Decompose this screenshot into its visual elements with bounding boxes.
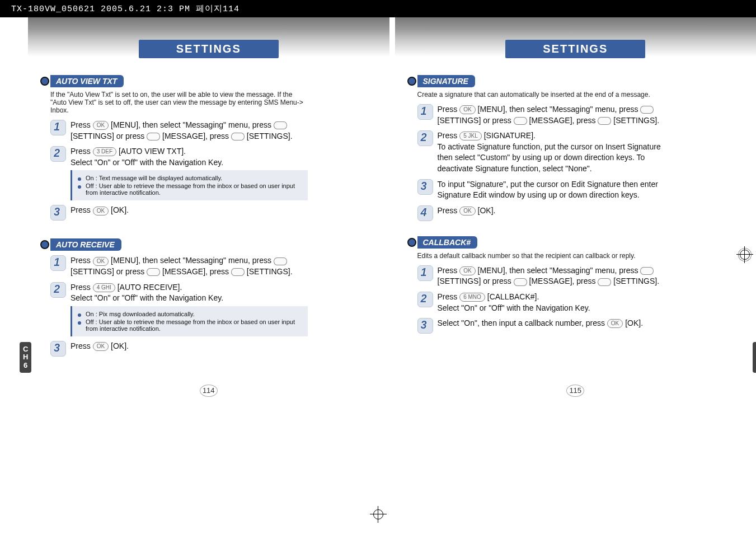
step-text: Press OK [OK]. bbox=[438, 205, 496, 217]
step-number-1: 1 bbox=[417, 265, 432, 280]
softkey-icon bbox=[640, 267, 654, 275]
step-text: Press OK [MENU], then select "Messaging"… bbox=[71, 255, 308, 277]
section-callback: CALLBACK# bbox=[417, 236, 478, 249]
step-number-1: 1 bbox=[417, 104, 432, 119]
step-row: 2 Press 3 DEF [AUTO VIEW TXT]. Select "O… bbox=[50, 146, 308, 168]
step-subtext: Select "On" or "Off" with the Navigation… bbox=[438, 303, 590, 312]
step-text: To input "Signature", put the cursor on … bbox=[438, 179, 675, 201]
intro-text: If the "Auto View Txt" is set to on, the… bbox=[50, 91, 308, 114]
step-subtext: Select "On" or "Off" with the Navigation… bbox=[71, 158, 223, 167]
step-subtext: Select "On" or "Off" with the Navigation… bbox=[71, 293, 223, 302]
ok-key-icon: OK bbox=[459, 266, 475, 275]
ok-key-icon: OK bbox=[93, 342, 109, 351]
note-off: Off : User able to retrieve the message … bbox=[86, 182, 302, 196]
chapter-letter-h: H bbox=[23, 353, 28, 361]
softkey-icon bbox=[514, 117, 527, 125]
bullet-icon bbox=[78, 321, 81, 325]
step-text: Press 5 JKL [SIGNATURE]. To activate Sig… bbox=[438, 130, 675, 174]
section-auto-receive: AUTO RECEIVE bbox=[50, 238, 121, 251]
chapter-letter-c: C bbox=[23, 345, 28, 353]
page-number-left: 114 bbox=[200, 385, 218, 397]
step-row: 1 Press OK [MENU], then select "Messagin… bbox=[417, 265, 675, 287]
softkey-icon bbox=[147, 268, 160, 276]
softkey-icon bbox=[640, 106, 654, 114]
step-number-2: 2 bbox=[50, 146, 65, 161]
step-text: Press 6 MNO [CALLBACK#]. Select "On" or … bbox=[438, 292, 590, 313]
step-number-4: 4 bbox=[417, 205, 432, 220]
ok-key-icon: OK bbox=[93, 257, 109, 266]
softkey-icon bbox=[598, 117, 611, 125]
ok-key-icon: OK bbox=[93, 207, 109, 216]
step-number-2: 2 bbox=[417, 130, 432, 145]
page-title-left: SETTINGS bbox=[139, 40, 279, 58]
chapter-tab-right: C H 6 bbox=[753, 342, 756, 373]
step-row: 2 Press 5 JKL [SIGNATURE]. To activate S… bbox=[417, 130, 675, 174]
step-row: 1 Press OK [MENU], then select "Messagin… bbox=[50, 120, 308, 142]
step-row: 3 Select "On", then input a callback num… bbox=[417, 318, 675, 332]
step-number-2: 2 bbox=[417, 292, 432, 306]
step-row: 3 To input "Signature", put the cursor o… bbox=[417, 179, 675, 201]
step-row: 3 Press OK [OK]. bbox=[50, 341, 308, 355]
step-row: 4 Press OK [OK]. bbox=[417, 205, 675, 220]
registration-mark-right bbox=[736, 246, 753, 263]
page-left: SETTINGS C H 6 AUTO VIEW TXT If the "Aut… bbox=[28, 17, 389, 380]
softkey-icon bbox=[231, 268, 245, 276]
section-signature: SIGNATURE bbox=[417, 75, 475, 87]
bullet-icon bbox=[78, 177, 81, 181]
step-text: Press OK [MENU], then select "Messaging"… bbox=[438, 104, 675, 126]
intro-text: Edits a default callback number so that … bbox=[417, 252, 675, 260]
step-row: 2 Press 4 GHI [AUTO RECEIVE]. Select "On… bbox=[50, 282, 308, 304]
section-auto-view-txt: AUTO VIEW TXT bbox=[50, 75, 124, 87]
step-subtext: To activate Signature function, put the … bbox=[438, 142, 661, 173]
bullet-icon bbox=[78, 313, 81, 317]
step-number-3: 3 bbox=[417, 179, 432, 194]
softkey-icon bbox=[231, 133, 245, 140]
step-number-1: 1 bbox=[50, 120, 65, 134]
key-3-icon: 3 DEF bbox=[93, 147, 116, 156]
step-text: Press OK [MENU], then select "Messaging"… bbox=[438, 265, 675, 287]
page-number-right: 115 bbox=[566, 385, 584, 397]
key-4-icon: 4 GHI bbox=[93, 283, 115, 292]
chapter-tab-left: C H 6 bbox=[20, 342, 31, 373]
note-on: On : Pix msg downloaded automatically. bbox=[86, 311, 195, 317]
note-box: On : Text message will be displayed auto… bbox=[71, 170, 308, 200]
step-number-3: 3 bbox=[50, 205, 65, 219]
softkey-icon bbox=[147, 133, 160, 140]
ok-key-icon: OK bbox=[459, 207, 475, 216]
note-box: On : Pix msg downloaded automatically. O… bbox=[71, 306, 308, 336]
page-title-right: SETTINGS bbox=[505, 40, 645, 58]
step-row: 1 Press OK [MENU], then select "Messagin… bbox=[417, 104, 675, 126]
ok-key-icon: OK bbox=[459, 105, 475, 114]
key-5-icon: 5 JKL bbox=[459, 132, 482, 140]
note-on: On : Text message will be displayed auto… bbox=[86, 175, 222, 181]
softkey-icon bbox=[514, 278, 527, 286]
note-off: Off : User able to retrieve the message … bbox=[86, 318, 302, 332]
softkey-icon bbox=[274, 257, 287, 265]
page-right: SETTINGS C H 6 SIGNATURE Create a signat… bbox=[395, 17, 757, 380]
step-row: 1 Press OK [MENU], then select "Messagin… bbox=[50, 255, 308, 277]
step-text: Press OK [OK]. bbox=[71, 341, 129, 352]
step-text: Press OK [OK]. bbox=[71, 205, 129, 216]
step-number-2: 2 bbox=[50, 282, 65, 297]
registration-mark-bottom bbox=[370, 506, 387, 523]
bullet-icon bbox=[78, 185, 81, 189]
step-text: Press 4 GHI [AUTO RECEIVE]. Select "On" … bbox=[71, 282, 223, 304]
step-number-1: 1 bbox=[50, 255, 65, 270]
intro-text: Create a signature that can automaticall… bbox=[417, 91, 675, 99]
chapter-number: 6 bbox=[23, 362, 28, 369]
step-number-3: 3 bbox=[417, 318, 432, 332]
step-number-3: 3 bbox=[50, 341, 65, 355]
step-text: Press 3 DEF [AUTO VIEW TXT]. Select "On"… bbox=[71, 146, 223, 168]
step-text: Select "On", then input a callback numbe… bbox=[438, 318, 644, 329]
step-row: 3 Press OK [OK]. bbox=[50, 205, 308, 219]
softkey-icon bbox=[598, 278, 611, 286]
key-6-icon: 6 MNO bbox=[459, 293, 485, 302]
page-spread: SETTINGS C H 6 AUTO VIEW TXT If the "Aut… bbox=[0, 17, 756, 380]
step-text: Press OK [MENU], then select "Messaging"… bbox=[71, 120, 308, 142]
ok-key-icon: OK bbox=[93, 121, 109, 130]
ok-key-icon: OK bbox=[607, 319, 623, 328]
softkey-icon bbox=[274, 121, 287, 129]
step-row: 2 Press 6 MNO [CALLBACK#]. Select "On" o… bbox=[417, 292, 675, 313]
